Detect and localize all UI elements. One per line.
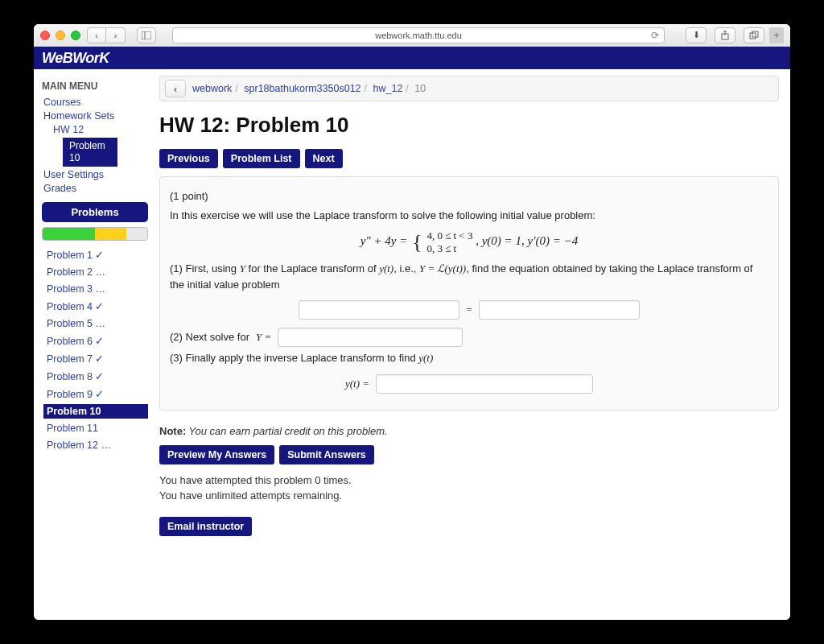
sidebar-link-user-settings[interactable]: User Settings <box>43 169 148 180</box>
url-bar[interactable]: webwork.math.ttu.edu ⟳ <box>172 27 665 43</box>
progress-remaining <box>126 228 147 240</box>
main-content: ‹ webwork/ spr18bathukorm3350s012/ hw_12… <box>154 69 790 620</box>
problem-list: Problem 1 ✓Problem 2 …Problem 3 …Problem… <box>42 247 148 452</box>
problem-link-4[interactable]: Problem 4 ✓ <box>43 299 148 314</box>
submit-answers-button[interactable]: Submit Answers <box>279 445 373 464</box>
intro-text: In this exercise we will use the Laplace… <box>170 208 768 224</box>
answer-input-3[interactable] <box>376 374 593 394</box>
sidebar-link-grades[interactable]: Grades <box>43 183 148 194</box>
y-equals: Y = <box>256 329 271 345</box>
answer-input-1-rhs[interactable] <box>479 300 640 320</box>
sidebar-title: MAIN MENU <box>42 80 148 92</box>
problem-box: (1 point) In this exercise we will use t… <box>159 176 779 411</box>
app-header: WeBWorK <box>34 47 790 69</box>
sidebar: MAIN MENU Courses Homework Sets HW 12 Pr… <box>34 69 154 620</box>
nav-button-row: Previous Problem List Next <box>159 149 779 168</box>
sidebar-link-hwsets[interactable]: Homework Sets <box>43 110 148 122</box>
attempts-info: You have attempted this problem 0 times.… <box>159 473 779 504</box>
submit-row: Preview My Answers Submit Answers <box>159 445 779 464</box>
problem-link-5[interactable]: Problem 5 … <box>43 316 148 331</box>
eq-piecewise: 4, 0 ≤ t < 3 0, 3 ≤ t <box>426 229 472 254</box>
problem-link-8[interactable]: Problem 8 ✓ <box>43 369 148 384</box>
ellipsis-icon: … <box>95 266 105 278</box>
problem-link-6[interactable]: Problem 6 ✓ <box>43 333 148 349</box>
page-title: HW 12: Problem 10 <box>159 113 779 138</box>
sidebar-toggle-icon[interactable] <box>137 27 156 43</box>
problem-link-9[interactable]: Problem 9 ✓ <box>43 386 148 402</box>
problem-link-10[interactable]: Problem 10 <box>43 404 148 419</box>
note: Note: You can earn partial credit on thi… <box>159 425 779 437</box>
check-icon: ✓ <box>95 301 104 312</box>
crumb-1[interactable]: webwork <box>192 83 232 94</box>
share-icon[interactable] <box>715 27 735 43</box>
brand-logo: WeBWorK <box>42 50 109 67</box>
answer-input-2[interactable] <box>278 328 463 347</box>
breadcrumb-back-button[interactable]: ‹ <box>165 80 186 97</box>
ellipsis-icon: … <box>95 283 105 295</box>
check-icon: ✓ <box>95 371 104 382</box>
brace-icon: { <box>412 232 422 253</box>
ellipsis-icon: … <box>101 440 111 451</box>
sidebar-current-problem: Problem 10 <box>63 138 117 167</box>
problem-link-11[interactable]: Problem 11 <box>43 421 148 436</box>
browser-window: ‹ › webwork.math.ttu.edu ⟳ ⬇ + WeBWorK M… <box>34 24 790 620</box>
eq-piece-1: 4, 0 ≤ t < 3 <box>426 229 472 242</box>
minimize-icon[interactable] <box>56 31 65 40</box>
close-icon[interactable] <box>40 31 50 40</box>
reload-icon[interactable]: ⟳ <box>651 30 659 41</box>
forward-button[interactable]: › <box>106 27 126 43</box>
page-body: MAIN MENU Courses Homework Sets HW 12 Pr… <box>34 69 790 620</box>
sidebar-link-hw12[interactable]: HW 12 <box>53 124 148 135</box>
points-label: (1 point) <box>170 188 768 204</box>
breadcrumb: ‹ webwork/ spr18bathukorm3350s012/ hw_12… <box>159 76 779 101</box>
toolbar-right: ⬇ + <box>681 27 784 43</box>
eq-ic: y(0) = 1, y′(0) = −4 <box>482 234 578 247</box>
previous-button[interactable]: Previous <box>159 149 218 168</box>
window-controls <box>40 31 80 40</box>
attempts-count: You have attempted this problem 0 times. <box>159 473 779 489</box>
email-instructor-button[interactable]: Email instructor <box>159 517 252 536</box>
back-button[interactable]: ‹ <box>87 27 106 43</box>
breadcrumb-path: webwork/ spr18bathukorm3350s012/ hw_12/ … <box>192 83 426 94</box>
step3-text: (3) Finally apply the inverse Laplace tr… <box>170 350 768 366</box>
svg-rect-0 <box>142 31 151 39</box>
new-tab-button[interactable]: + <box>769 27 784 43</box>
problem-link-7[interactable]: Problem 7 ✓ <box>43 351 148 366</box>
problem-link-3[interactable]: Problem 3 … <box>43 282 148 296</box>
ivp-equation: y″ + 4y = { 4, 0 ≤ t < 3 0, 3 ≤ t , y(0)… <box>170 229 768 254</box>
progress-partial <box>95 228 126 240</box>
check-icon: ✓ <box>95 353 104 365</box>
eq-piece-2: 0, 3 ≤ t <box>426 242 456 254</box>
problem-link-1[interactable]: Problem 1 ✓ <box>43 247 148 262</box>
note-text: You can earn partial credit on this prob… <box>186 425 388 437</box>
nav-buttons: ‹ › <box>87 27 126 43</box>
answer-input-1-lhs[interactable] <box>299 300 459 320</box>
progress-bar <box>42 227 148 241</box>
step1-text: (1) First, using Y for the Laplace trans… <box>170 261 768 292</box>
crumb-2[interactable]: spr18bathukorm3350s012 <box>244 83 360 94</box>
check-icon: ✓ <box>95 336 104 347</box>
next-button[interactable]: Next <box>305 149 343 168</box>
problem-link-12[interactable]: Problem 12 … <box>43 438 148 452</box>
preview-answers-button[interactable]: Preview My Answers <box>159 445 274 464</box>
step2-row: (2) Next solve for Y = <box>170 328 768 347</box>
note-label: Note: <box>159 425 186 437</box>
sidebar-problems-header: Problems <box>42 202 148 222</box>
zoom-icon[interactable] <box>71 31 80 40</box>
sidebar-link-courses[interactable]: Courses <box>43 97 148 108</box>
problem-list-button[interactable]: Problem List <box>223 149 300 168</box>
check-icon: ✓ <box>95 250 104 261</box>
eq-sep: , <box>476 234 482 247</box>
check-icon: ✓ <box>95 389 104 400</box>
equals-sign: = <box>466 302 472 318</box>
downloads-icon[interactable]: ⬇ <box>686 27 707 43</box>
answer-row-3: y(t) = <box>170 374 768 394</box>
step2-text: (2) Next solve for <box>170 329 249 345</box>
problem-link-2[interactable]: Problem 2 … <box>43 265 148 279</box>
attempts-remaining: You have unlimited attempts remaining. <box>159 488 779 504</box>
ellipsis-icon: … <box>95 318 105 329</box>
yt-equals: y(t) = <box>345 376 369 392</box>
tabs-icon[interactable] <box>744 27 764 43</box>
crumb-3[interactable]: hw_12 <box>373 83 403 94</box>
crumb-4: 10 <box>414 83 426 94</box>
